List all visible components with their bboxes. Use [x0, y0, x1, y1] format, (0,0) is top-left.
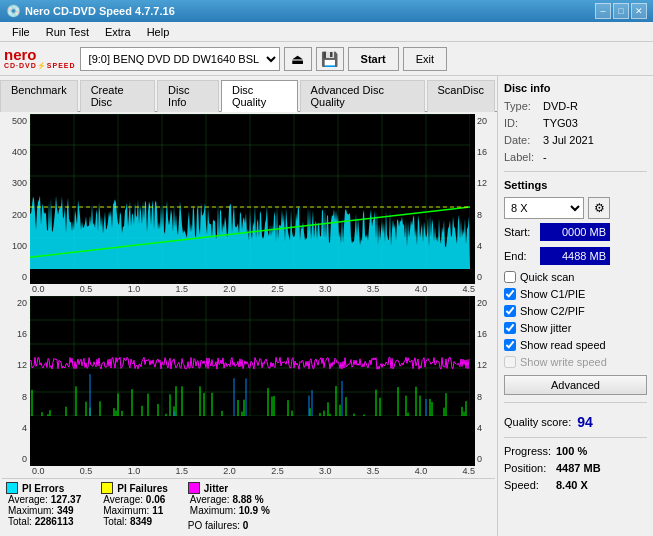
chart2-x-axis: 0.00.51.01.52.02.53.03.54.04.5: [2, 466, 495, 476]
divider3: [504, 437, 647, 438]
disc-label-row: Label: -: [504, 151, 647, 163]
menu-run-test[interactable]: Run Test: [38, 24, 97, 40]
toolbar: nero CD·DVD⚡SPEED [9:0] BENQ DVD DD DW16…: [0, 42, 653, 76]
drive-selector[interactable]: [9:0] BENQ DVD DD DW1640 BSLB: [80, 47, 280, 71]
tab-bar: Benchmark Create Disc Disc Info Disc Qua…: [0, 76, 497, 112]
start-row: Start:: [504, 223, 647, 241]
exit-button[interactable]: Exit: [403, 47, 447, 71]
title-bar: 💿 Nero CD-DVD Speed 4.7.7.16 – □ ✕: [0, 0, 653, 22]
jitter-color: [188, 482, 200, 494]
minimize-button[interactable]: –: [595, 3, 611, 19]
chart2-y-left: 201612840: [2, 296, 30, 466]
chart2-canvas: [30, 296, 475, 466]
legend-pi-errors: PI Errors Average: 127.37 Maximum: 349 T…: [6, 482, 81, 531]
show-read-speed-checkbox[interactable]: [504, 339, 516, 351]
legend: PI Errors Average: 127.37 Maximum: 349 T…: [2, 478, 495, 534]
show-jitter-checkbox[interactable]: [504, 322, 516, 334]
main-content: Benchmark Create Disc Disc Info Disc Qua…: [0, 76, 653, 536]
chart1-y-left: 5004003002001000: [2, 114, 30, 284]
show-c2-label: Show C2/PIF: [520, 305, 585, 317]
quick-scan-row: Quick scan: [504, 271, 647, 283]
chart1-x-axis: 0.00.51.01.52.02.53.03.54.04.5: [2, 284, 495, 294]
pi-errors-color: [6, 482, 18, 494]
menu-bar: File Run Test Extra Help: [0, 22, 653, 42]
tab-disc-info[interactable]: Disc Info: [157, 80, 219, 112]
legend-jitter: Jitter Average: 8.88 % Maximum: 10.9 % P…: [188, 482, 270, 531]
show-c2-checkbox[interactable]: [504, 305, 516, 317]
chart1-container: 5004003002001000 201612840 0.00.51.01.52…: [2, 114, 495, 294]
disc-info-title: Disc info: [504, 82, 647, 94]
show-write-speed-label: Show write speed: [520, 356, 607, 368]
settings-icon-button[interactable]: ⚙: [588, 197, 610, 219]
show-c1-row: Show C1/PIE: [504, 288, 647, 300]
tab-create-disc[interactable]: Create Disc: [80, 80, 155, 112]
quality-score-row: Quality score: 94: [504, 414, 647, 430]
jitter-label: Jitter: [204, 483, 228, 494]
position-row: Position: 4487 MB: [504, 462, 647, 474]
speed-row: 8 X ⚙: [504, 197, 647, 219]
start-button[interactable]: Start: [348, 47, 399, 71]
show-write-speed-checkbox: [504, 356, 516, 368]
legend-pi-failures: PI Failures Average: 0.06 Maximum: 11 To…: [101, 482, 168, 531]
show-read-speed-label: Show read speed: [520, 339, 606, 351]
show-c1-checkbox[interactable]: [504, 288, 516, 300]
disc-type-row: Type: DVD-R: [504, 100, 647, 112]
tab-advanced-disc-quality[interactable]: Advanced Disc Quality: [300, 80, 425, 112]
start-input[interactable]: [540, 223, 610, 241]
menu-help[interactable]: Help: [139, 24, 178, 40]
show-jitter-label: Show jitter: [520, 322, 571, 334]
quick-scan-checkbox[interactable]: [504, 271, 516, 283]
chart1-y-right: 201612840: [475, 114, 495, 284]
divider2: [504, 402, 647, 403]
show-write-speed-row: Show write speed: [504, 356, 647, 368]
pi-errors-label: PI Errors: [22, 483, 64, 494]
show-c2-row: Show C2/PIF: [504, 305, 647, 317]
nero-logo: nero CD·DVD⚡SPEED: [4, 47, 76, 70]
speed-row2: Speed: 8.40 X: [504, 479, 647, 491]
save-button[interactable]: 💾: [316, 47, 344, 71]
advanced-button[interactable]: Advanced: [504, 375, 647, 395]
tab-disc-quality[interactable]: Disc Quality: [221, 80, 298, 112]
quick-scan-label: Quick scan: [520, 271, 574, 283]
po-failures-row: PO failures: 0: [188, 520, 270, 531]
progress-row: Progress: 100 %: [504, 445, 647, 457]
right-panel: Disc info Type: DVD-R ID: TYG03 Date: 3 …: [498, 76, 653, 536]
chart2-container: 201612840 201612840 0.00.51.01.52.02.53.…: [2, 296, 495, 476]
title-bar-left: 💿 Nero CD-DVD Speed 4.7.7.16: [6, 4, 175, 18]
close-button[interactable]: ✕: [631, 3, 647, 19]
disc-date-row: Date: 3 Jul 2021: [504, 134, 647, 146]
title-bar-text: Nero CD-DVD Speed 4.7.7.16: [25, 5, 175, 17]
chart2-y-right: 201612840: [475, 296, 495, 466]
charts-container: 5004003002001000 201612840 0.00.51.01.52…: [0, 112, 497, 536]
maximize-button[interactable]: □: [613, 3, 629, 19]
end-row: End:: [504, 247, 647, 265]
settings-title: Settings: [504, 179, 647, 191]
title-bar-controls: – □ ✕: [595, 3, 647, 19]
eject-button[interactable]: ⏏: [284, 47, 312, 71]
left-panel: Benchmark Create Disc Disc Info Disc Qua…: [0, 76, 498, 536]
pi-failures-label: PI Failures: [117, 483, 168, 494]
divider1: [504, 171, 647, 172]
show-jitter-row: Show jitter: [504, 322, 647, 334]
chart1-canvas: [30, 114, 475, 284]
show-read-speed-row: Show read speed: [504, 339, 647, 351]
speed-selector[interactable]: 8 X: [504, 197, 584, 219]
tab-scan-disc[interactable]: ScanDisc: [427, 80, 495, 112]
disc-id-row: ID: TYG03: [504, 117, 647, 129]
end-input[interactable]: [540, 247, 610, 265]
menu-extra[interactable]: Extra: [97, 24, 139, 40]
menu-file[interactable]: File: [4, 24, 38, 40]
show-c1-label: Show C1/PIE: [520, 288, 585, 300]
pi-failures-color: [101, 482, 113, 494]
tab-benchmark[interactable]: Benchmark: [0, 80, 78, 112]
